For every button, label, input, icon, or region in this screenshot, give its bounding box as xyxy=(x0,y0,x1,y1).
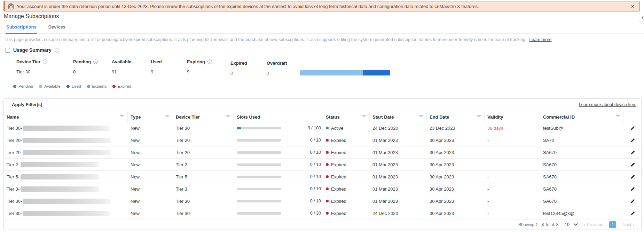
tab-subscriptions[interactable]: Subscriptions xyxy=(6,24,37,34)
edit-name-button[interactable] xyxy=(630,174,635,179)
column-header-type: Type xyxy=(128,112,173,122)
cell-validity: - xyxy=(485,150,540,155)
cell-end-date: 30 Apr 2023 xyxy=(427,211,485,216)
device-tier-link[interactable]: Tier 30 xyxy=(16,69,30,74)
column-label: Validity xyxy=(487,114,503,120)
status-dot xyxy=(326,139,329,142)
table-row: Tier 30-NewTier 300 / 10Expired01 Mar 20… xyxy=(4,195,641,207)
cell-end-date: 30 Apr 2023 xyxy=(427,186,485,192)
cell-name: Tier 30- xyxy=(4,211,128,216)
info-icon[interactable] xyxy=(93,59,98,64)
column-header-commercial-id: Commercial ID xyxy=(540,112,624,122)
legend-item-pending: Pending xyxy=(13,84,33,88)
legend-dot-used xyxy=(66,85,70,88)
table-row: Tier 5-NewTier 50 / 10Expired01 Mar 2023… xyxy=(4,171,641,183)
summary-column-label: Expired xyxy=(230,61,247,66)
filter-icon[interactable] xyxy=(616,115,620,119)
tab-devices[interactable]: Devices xyxy=(48,24,66,34)
refresh-icon xyxy=(642,15,644,20)
column-header-slots-used: Slots Used xyxy=(234,112,323,122)
info-icon[interactable] xyxy=(207,59,212,64)
cell-commercial-id: SA70 xyxy=(540,138,624,143)
cell-device-tier: Tier 30 xyxy=(173,211,234,216)
status-label: Active xyxy=(331,126,343,131)
device-tiers-link[interactable]: Learn more about device tiers xyxy=(579,102,636,107)
info-icon[interactable] xyxy=(43,59,47,64)
slots-used-value: 0 / 10 xyxy=(310,174,321,179)
table-row: Tier 20-NewTier 200 / 10Expired01 Mar 20… xyxy=(4,146,641,159)
summary-column-header: Used xyxy=(151,59,187,64)
summary-column-header: Expired xyxy=(230,61,267,66)
next-page-button[interactable]: Next › xyxy=(622,222,634,227)
collapse-icon[interactable] xyxy=(6,48,10,53)
legend-dot-pending xyxy=(13,85,16,88)
cell-actions xyxy=(624,186,641,192)
slots-progress-bar xyxy=(237,151,281,154)
filter-icon[interactable] xyxy=(362,115,366,119)
page-title: Manage Subscriptions xyxy=(4,13,59,19)
filter-icon[interactable] xyxy=(120,115,124,119)
column-header-name: Name xyxy=(4,112,128,122)
edit-name-button[interactable] xyxy=(630,162,635,167)
slots-used-value[interactable]: 9 / 100 xyxy=(308,126,321,130)
previous-page-button[interactable]: ‹ Previous xyxy=(584,222,603,227)
status-dot xyxy=(326,200,329,202)
legend-label: Pending xyxy=(18,84,33,88)
usage-bar-segment-used xyxy=(363,70,390,75)
redacted-name xyxy=(21,174,99,179)
filter-icon[interactable] xyxy=(226,115,230,119)
edit-name-button[interactable] xyxy=(630,150,635,155)
filter-icon[interactable] xyxy=(477,115,481,119)
usage-bar-segment-available xyxy=(300,70,363,75)
cell-end-date: 23 Dec 2023 xyxy=(427,126,485,131)
banner-close-icon[interactable]: ✕ xyxy=(629,4,636,9)
cell-validity: - xyxy=(485,211,540,216)
cell-device-tier: Tier 2 xyxy=(173,162,234,167)
slots-used-value: 0 / 10 xyxy=(310,186,321,191)
legend-dot-expired xyxy=(112,85,116,88)
edit-name-button[interactable] xyxy=(630,186,635,192)
cell-validity: - xyxy=(485,138,540,143)
edit-name-button[interactable] xyxy=(630,137,635,143)
cell-status: Expired xyxy=(323,186,370,192)
table-row: Tier 30-NewTier 309 / 100Active24 Dec 20… xyxy=(4,122,641,134)
page-number-button[interactable]: 1 xyxy=(609,221,616,228)
usage-summary-info-icon[interactable] xyxy=(55,48,59,53)
table-body: Tier 30-NewTier 309 / 100Active24 Dec 20… xyxy=(4,122,641,219)
subscriptions-card: Apply Filter(s) Learn more about device … xyxy=(3,98,642,230)
cell-start-date: 24 Dec 2020 xyxy=(370,211,427,216)
filter-icon[interactable] xyxy=(419,115,423,119)
slots-progress-bar xyxy=(237,176,281,178)
learn-more-link[interactable]: Learn more xyxy=(529,37,551,42)
summary-value: 0 xyxy=(230,71,267,76)
cell-device-tier: Tier 5 xyxy=(173,174,234,179)
summary-column-header: Available xyxy=(112,59,151,64)
cell-type: New xyxy=(128,174,173,179)
cell-start-date: 01 Mar 2023 xyxy=(370,174,427,179)
cell-slots-used: 0 / 10 xyxy=(234,138,323,143)
legend-dot-expiring xyxy=(87,85,90,88)
cell-device-tier: Tier 20 xyxy=(173,150,234,155)
cell-actions xyxy=(624,210,641,216)
cell-name: Tier 2- xyxy=(4,162,128,167)
page-size-dropdown[interactable]: 10 xyxy=(565,222,577,227)
refresh-button[interactable] xyxy=(639,13,644,22)
redacted-name xyxy=(21,162,99,167)
cell-validity: - xyxy=(485,162,540,167)
edit-name-button[interactable] xyxy=(630,210,635,216)
cell-validity: - xyxy=(485,186,540,192)
cell-end-date: 30 Apr 2023 xyxy=(427,162,485,167)
cell-type: New xyxy=(128,150,173,155)
edit-name-button[interactable] xyxy=(630,198,635,204)
redacted-name xyxy=(23,199,110,204)
cell-status: Active xyxy=(323,126,370,131)
subscription-name-prefix: Tier 5- xyxy=(7,174,19,179)
cell-type: New xyxy=(128,211,173,216)
status-label: Expired xyxy=(331,174,346,179)
cell-end-date: 30 Apr 2023 xyxy=(427,199,485,204)
filter-icon[interactable] xyxy=(165,115,169,119)
edit-name-button[interactable] xyxy=(630,125,635,131)
cell-start-date: 01 Mar 2023 xyxy=(370,138,427,143)
cell-commercial-id: SA670 xyxy=(540,186,624,192)
apply-filters-button[interactable]: Apply Filter(s) xyxy=(7,100,47,109)
